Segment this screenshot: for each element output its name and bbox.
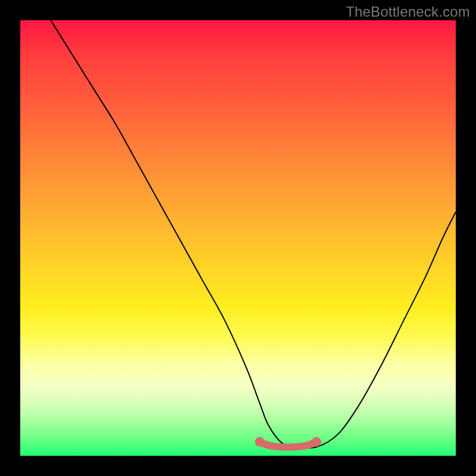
highlight-band [260, 442, 317, 447]
plot-overlay [20, 20, 456, 456]
bottleneck-curve [51, 20, 456, 448]
highlight-dot-start [255, 437, 265, 447]
chart-stage: TheBottleneck.com [0, 0, 476, 476]
highlight-dot-end [312, 437, 321, 447]
watermark-text: TheBottleneck.com [346, 4, 470, 20]
